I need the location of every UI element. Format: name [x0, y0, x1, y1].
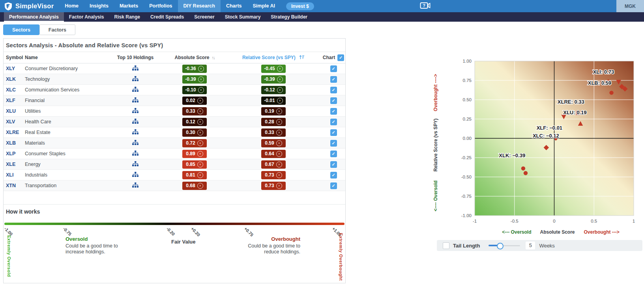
chart-checkbox[interactable]: ✓	[330, 87, 337, 93]
relative-score-badge[interactable]: 0.19›	[261, 107, 286, 115]
topnav-item-insights[interactable]: Insights	[84, 0, 114, 12]
holdings-sitemap-icon[interactable]	[132, 129, 139, 135]
subnav-item-strategy-builder[interactable]: Strategy Builder	[266, 12, 313, 22]
holdings-sitemap-icon[interactable]	[132, 76, 139, 82]
chart-checkbox[interactable]: ✓	[330, 76, 337, 83]
topnav-item-diy-research[interactable]: DIY Research	[178, 0, 221, 12]
topnav-item-home[interactable]: Home	[59, 0, 84, 12]
relative-score-badge[interactable]: 0.59›	[261, 139, 286, 147]
relative-score-badge[interactable]: -0.39›	[261, 75, 286, 84]
absolute-score-badge[interactable]: 0.89›	[182, 150, 207, 158]
chart-checkbox[interactable]: ✓	[330, 65, 337, 72]
symbol-link[interactable]: XLRE	[6, 130, 19, 135]
subnav-item-performance-analysis[interactable]: Performance Analysis	[4, 12, 64, 22]
tail-length-unit: Weeks	[539, 243, 555, 249]
chevron-right-icon: ›	[198, 66, 204, 72]
subnav-item-factor-analysis[interactable]: Factor Analysis	[64, 12, 109, 22]
absolute-score-badge[interactable]: 0.02›	[182, 97, 207, 105]
relative-score-badge[interactable]: -0.12›	[261, 86, 286, 94]
chart-checkbox[interactable]: ✓	[330, 108, 337, 115]
slider-thumb[interactable]	[497, 243, 504, 249]
topnav-item-portfolios[interactable]: Portfolios	[144, 0, 178, 12]
chart-checkbox[interactable]: ✓	[330, 172, 337, 179]
col-header-name[interactable]: Name	[22, 52, 107, 63]
y-axis-title: Relative Score (vs SPY)	[433, 119, 438, 172]
holdings-sitemap-icon[interactable]	[132, 65, 139, 71]
symbol-link[interactable]: XLB	[6, 140, 16, 146]
relative-score-badge[interactable]: -0.01›	[261, 97, 286, 105]
holdings-sitemap-icon[interactable]	[132, 161, 139, 167]
chart-checkbox[interactable]: ✓	[330, 119, 337, 125]
relative-score-badge[interactable]: 0.67›	[261, 160, 286, 169]
relative-score-badge[interactable]: 0.28›	[261, 118, 286, 126]
absolute-score-badge[interactable]: 0.12›	[182, 118, 207, 126]
invest-button[interactable]: Invest $	[286, 2, 314, 10]
col-header-relative[interactable]: Relative Score (vs SPY)	[225, 52, 322, 63]
account-button[interactable]: MGK	[616, 0, 644, 12]
symbol-link[interactable]: XLF	[6, 98, 15, 103]
absolute-score-badge[interactable]: 0.30›	[182, 128, 207, 137]
holdings-sitemap-icon[interactable]	[132, 151, 139, 156]
symbol-link[interactable]: XLP	[6, 151, 15, 156]
symbol-link[interactable]: XLI	[6, 172, 13, 178]
symbol-link[interactable]: XLV	[6, 119, 15, 125]
absolute-score-badge[interactable]: 0.33›	[182, 107, 207, 115]
holdings-sitemap-icon[interactable]	[132, 140, 139, 145]
holdings-sitemap-icon[interactable]	[132, 182, 139, 188]
symbol-link[interactable]: XLK	[6, 76, 16, 82]
chart-checkbox[interactable]: ✓	[330, 140, 337, 147]
subnav-item-stock-summary[interactable]: Stock Summary	[220, 12, 266, 22]
subnav-item-credit-spreads[interactable]: Credit Spreads	[145, 12, 189, 22]
symbol-link[interactable]: XLC	[6, 87, 16, 93]
absolute-score-badge[interactable]: -0.36›	[182, 65, 207, 73]
holdings-sitemap-icon[interactable]	[132, 108, 139, 113]
absolute-score-badge[interactable]: -0.39›	[182, 75, 207, 84]
chart-checkbox[interactable]: ✓	[330, 151, 337, 157]
symbol-link[interactable]: XLY	[6, 66, 15, 71]
absolute-score-badge[interactable]: -0.10›	[182, 86, 207, 94]
subnav-item-risk-range[interactable]: Risk Range	[109, 12, 145, 22]
relative-score-badge[interactable]: -0.45›	[261, 65, 286, 73]
relative-score-badge[interactable]: 0.73›	[261, 171, 286, 179]
topnav-item-simple-ai[interactable]: Simple AI	[247, 0, 281, 12]
point-XLB[interactable]	[609, 91, 613, 95]
tab-sectors[interactable]: Sectors	[3, 24, 39, 35]
point-XLY[interactable]	[524, 171, 528, 175]
symbol-link[interactable]: XLE	[6, 162, 15, 167]
holdings-sitemap-icon[interactable]	[132, 119, 139, 124]
sort-icon-relative[interactable]	[299, 55, 305, 60]
holdings-sitemap-icon[interactable]	[132, 172, 139, 177]
tail-length-value[interactable]: 5	[526, 242, 535, 249]
col-header-absolute[interactable]: Absolute Score↑↓	[164, 52, 225, 63]
absolute-score-badge[interactable]: 0.68›	[182, 182, 207, 190]
overbought-zone-text: Overbought Could be a good time to reduc…	[248, 236, 300, 255]
scale-tick--0.20: -0.20	[166, 226, 176, 236]
absolute-score-badge[interactable]: 0.85›	[182, 160, 207, 169]
chart-checkbox[interactable]: ✓	[330, 97, 337, 104]
sector-name: Financial	[25, 98, 45, 103]
subnav-item-screener[interactable]: Screener	[189, 12, 219, 22]
absolute-score-badge[interactable]: 0.72›	[182, 139, 207, 147]
relative-score-badge[interactable]: 0.64›	[261, 150, 286, 158]
topnav-item-charts[interactable]: Charts	[221, 0, 247, 12]
relative-score-badge[interactable]: 0.33›	[261, 128, 286, 137]
absolute-score-badge[interactable]: 0.81›	[182, 171, 207, 179]
holdings-sitemap-icon[interactable]	[132, 87, 139, 92]
help-video-icon[interactable]: ?	[420, 2, 431, 10]
tail-length-slider[interactable]	[489, 243, 520, 249]
point-XLK[interactable]	[521, 166, 525, 170]
relative-score-badge[interactable]: 0.73›	[261, 182, 286, 190]
chart-checkbox[interactable]: ✓	[330, 182, 337, 189]
col-header-symbol[interactable]: Symbol	[4, 52, 22, 63]
chart-checkbox[interactable]: ✓	[330, 129, 337, 136]
tab-factors[interactable]: Factors	[39, 24, 75, 35]
tail-length-checkbox[interactable]	[443, 242, 449, 249]
chart-select-all-checkbox[interactable]: ✓	[337, 54, 344, 61]
brand[interactable]: SimpleVisor	[0, 2, 54, 11]
symbol-link[interactable]: XLU	[6, 108, 16, 114]
symbol-link[interactable]: XTN	[6, 183, 16, 188]
holdings-sitemap-icon[interactable]	[132, 97, 139, 103]
chart-checkbox[interactable]: ✓	[330, 161, 337, 168]
topnav-item-markets[interactable]: Markets	[114, 0, 144, 12]
sort-icon-absolute[interactable]: ↑↓	[212, 55, 215, 60]
